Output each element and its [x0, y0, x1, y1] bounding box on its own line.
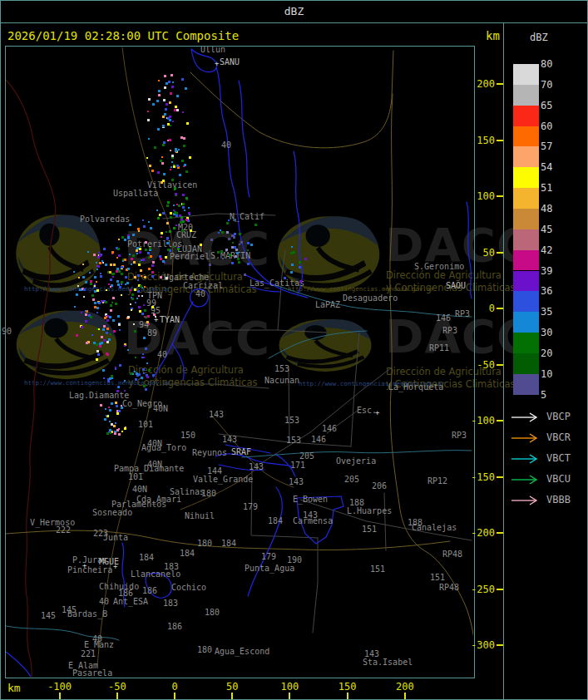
radar-echo — [135, 378, 137, 381]
map-label: Bardas_B — [67, 610, 107, 619]
colorbar-label: 39 — [541, 266, 552, 276]
radar-echo — [226, 231, 229, 234]
radar-echo — [138, 373, 141, 376]
radar-echo — [182, 220, 185, 223]
y-axis-tick — [497, 308, 503, 309]
radar-echo — [169, 139, 171, 141]
radar-echo — [121, 294, 122, 296]
radar-echo — [94, 285, 96, 287]
colorbar-block — [513, 85, 539, 106]
map-label: LaPAZ — [315, 301, 340, 309]
radar-echo — [166, 205, 169, 207]
route-line — [97, 47, 294, 666]
radar-echo — [85, 320, 87, 323]
radar-echo — [106, 353, 109, 356]
radar-echo — [180, 216, 183, 219]
radar-echo — [141, 313, 144, 315]
radar-echo — [143, 225, 146, 228]
map-label: 180 — [201, 490, 216, 498]
radar-echo — [96, 281, 97, 283]
radar-echo — [148, 369, 151, 372]
radar-echo — [254, 224, 257, 226]
x-axis-tick — [404, 693, 406, 699]
map-label: Perdriel — [170, 253, 210, 261]
radar-echo — [173, 227, 175, 229]
radar-echo — [184, 210, 185, 211]
y-axis-tick — [497, 364, 503, 366]
colorbar-block — [513, 229, 539, 250]
map-label: 184 — [139, 554, 154, 562]
map-label: Sosneado — [92, 509, 132, 517]
radar-echo — [172, 121, 174, 122]
radar-echo — [173, 246, 175, 248]
y-axis-tick-label: 200 — [462, 78, 495, 90]
radar-echo — [134, 288, 136, 291]
map-label: 184 — [221, 540, 236, 548]
radar-echo — [111, 302, 113, 303]
radar-echo — [141, 275, 142, 277]
radar-echo — [176, 165, 179, 167]
map-label: Agua_Toro — [141, 444, 186, 452]
y-axis-tick — [497, 140, 503, 141]
x-axis-tick-label: 100 — [281, 681, 299, 693]
radar-echo — [220, 250, 223, 253]
radar-echo — [96, 350, 99, 352]
map-label: 146 — [436, 314, 451, 323]
radar-echo — [151, 275, 154, 278]
radar-echo — [125, 276, 127, 279]
map-label: 150 — [180, 431, 195, 440]
radar-echo — [170, 216, 172, 219]
radar-echo — [112, 297, 115, 299]
y-axis-tick — [497, 476, 503, 478]
radar-echo — [159, 255, 161, 258]
radar-echo — [232, 242, 234, 244]
radar-echo — [138, 306, 141, 308]
radar-echo — [141, 357, 143, 358]
radar-echo — [162, 180, 165, 182]
radar-echo — [136, 247, 139, 249]
colorbar-label: 57 — [541, 141, 552, 151]
radar-echo — [74, 306, 76, 308]
radar-echo — [105, 264, 107, 266]
map-label: Lag.Diamante — [69, 392, 129, 400]
map-label: Nihuil — [185, 512, 215, 520]
radar-echo — [148, 323, 150, 325]
radar-echo — [164, 86, 166, 89]
map-label: 151 — [362, 525, 377, 534]
radar-echo — [239, 244, 240, 245]
x-axis-tick — [116, 693, 118, 699]
radar-echo — [113, 425, 116, 427]
radar-echo — [121, 273, 123, 275]
radar-echo — [210, 239, 213, 241]
y-axis-tick — [497, 532, 503, 534]
map-label: 153 — [286, 436, 301, 445]
radar-echo — [85, 313, 87, 316]
y-axis-tick-label: -100 — [462, 415, 495, 426]
radar-echo — [96, 262, 97, 264]
x-axis-tick — [289, 693, 290, 699]
radar-echo — [131, 309, 132, 311]
radar-echo — [131, 258, 133, 260]
map-label: L.Huarpes — [347, 507, 392, 515]
radar-echo — [106, 432, 109, 435]
radar-echo — [96, 307, 99, 309]
colorbar-label: 60 — [541, 121, 552, 131]
radar-echo — [170, 150, 171, 151]
radar-echo — [146, 376, 149, 378]
radar-echo — [229, 254, 231, 256]
colorbar-label: 42 — [541, 245, 552, 255]
radar-echo — [90, 283, 92, 285]
radar-echo — [140, 285, 142, 288]
map-label: 143 — [249, 463, 264, 471]
radar-echo — [111, 423, 113, 426]
radar-echo — [175, 224, 177, 226]
radar-echo — [217, 251, 220, 254]
colorbar-label: 10 — [541, 369, 552, 379]
colorbar-label: 80 — [541, 59, 552, 69]
radar-echo — [124, 390, 126, 392]
radar-echo — [181, 160, 184, 162]
radar-echo — [146, 321, 149, 323]
radar-echo — [188, 207, 190, 209]
radar-echo — [136, 253, 138, 254]
radar-echo — [158, 90, 161, 92]
